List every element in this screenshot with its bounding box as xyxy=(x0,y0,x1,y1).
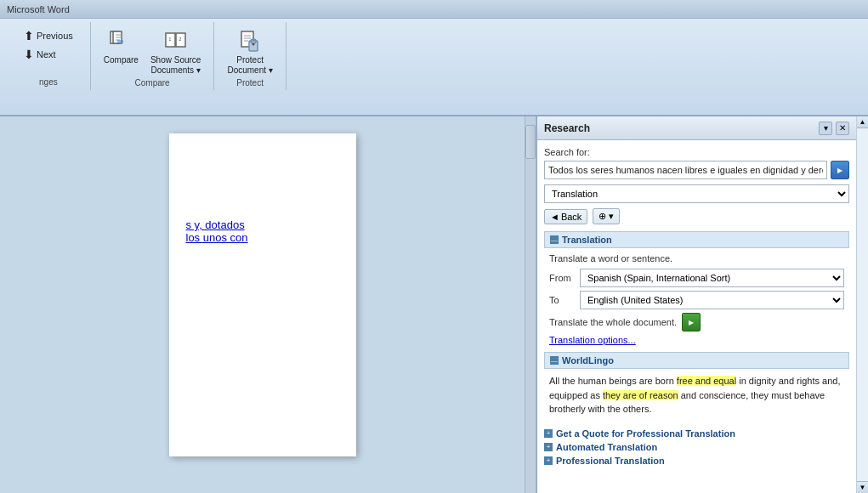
professional-expand-icon: + xyxy=(544,456,553,465)
research-header: Research ▾ ✕ xyxy=(537,116,856,140)
title-bar-text: Microsoft Word xyxy=(7,4,70,14)
translate-prompt: Translate a word or sentence. xyxy=(549,253,844,264)
doc-line-2: los unos con xyxy=(186,231,339,244)
protect-doc-icon xyxy=(236,28,264,55)
get-quote-item[interactable]: + Get a Quote for Professional Translati… xyxy=(544,428,849,439)
svg-text:1: 1 xyxy=(168,37,171,42)
automated-expand-icon: + xyxy=(544,443,553,451)
research-title: Research xyxy=(544,122,590,134)
worldlingo-section-header[interactable]: — WorldLingo xyxy=(544,352,849,369)
back-label: Back xyxy=(561,212,582,222)
compare-buttons: Compare 1 2 Show SourceDocuments ▾ xyxy=(99,26,206,78)
forward-icon: ⊕ ▾ xyxy=(599,211,614,222)
back-icon: ◄ xyxy=(550,212,559,222)
automated-label: Automated Translation xyxy=(556,442,657,452)
ribbon: ⬆ Previous ⬇ Next nges xyxy=(0,19,868,116)
document-page: s y, dotados los unos con xyxy=(169,133,356,456)
translate-go-button[interactable] xyxy=(682,313,701,332)
doc-line-1: s y, dotados xyxy=(186,218,339,231)
professional-translation-item[interactable]: + Professional Translation xyxy=(544,456,849,466)
previous-label: Previous xyxy=(37,31,73,41)
protect-doc-label: ProtectDocument ▾ xyxy=(227,55,272,76)
worldlingo-collapse-icon: — xyxy=(550,356,559,365)
translation-section-header[interactable]: — Translation xyxy=(544,231,849,248)
show-source-icon: 1 2 xyxy=(162,28,190,55)
show-source-label: Show SourceDocuments ▾ xyxy=(150,55,201,76)
scroll-up-button[interactable]: ▲ xyxy=(857,116,869,128)
ribbon-group-compare: Compare 1 2 Show SourceDocuments ▾ Compa… xyxy=(91,22,215,90)
svg-rect-5 xyxy=(117,40,123,43)
search-input-row xyxy=(544,161,849,179)
ribbon-group-protect: ProtectDocument ▾ Protect xyxy=(214,22,286,90)
translation-dropdown[interactable]: Translation xyxy=(544,184,849,203)
search-for-label: Search for: xyxy=(544,147,849,157)
translate-doc-row: Translate the whole document. xyxy=(549,313,844,332)
ribbon-content: ⬆ Previous ⬇ Next nges xyxy=(0,19,868,115)
translation-dropdown-row: Translation xyxy=(544,184,849,203)
next-label: Next xyxy=(37,49,56,60)
compare-icon xyxy=(107,28,134,55)
navigate-group-label: nges xyxy=(39,77,58,87)
worldlingo-section-title: WorldLingo xyxy=(562,355,614,366)
get-quote-expand-icon: + xyxy=(544,429,553,438)
previous-icon: ⬆ xyxy=(24,29,34,42)
to-select[interactable]: English (United States) xyxy=(580,291,844,309)
title-bar: Microsoft Word xyxy=(0,0,868,19)
research-panel-container: Research ▾ ✕ Search for: Translation xyxy=(536,116,868,493)
from-select[interactable]: Spanish (Spain, International Sort) xyxy=(580,269,844,287)
back-button[interactable]: ◄ Back xyxy=(544,209,587,224)
compare-group-label: Compare xyxy=(135,78,170,88)
next-button[interactable]: ⬇ Next xyxy=(20,46,77,63)
worldlingo-section-content: All the human beings are born free and e… xyxy=(544,374,849,428)
scrollbar-thumb[interactable] xyxy=(525,125,536,159)
protect-group-label: Protect xyxy=(236,78,264,88)
translation-section-title: Translation xyxy=(562,235,612,245)
to-row: To English (United States) xyxy=(549,291,844,309)
svg-text:2: 2 xyxy=(179,37,181,42)
translation-collapse-icon: — xyxy=(550,235,559,244)
navigate-buttons: ⬆ Previous ⬇ Next xyxy=(15,26,82,77)
from-row: From Spanish (Spain, International Sort) xyxy=(549,269,844,287)
research-header-controls: ▾ ✕ xyxy=(819,122,849,135)
protect-buttons: ProtectDocument ▾ xyxy=(223,26,276,78)
protect-doc-button[interactable]: ProtectDocument ▾ xyxy=(223,26,276,78)
translation-section-content: Translate a word or sentence. From Spani… xyxy=(544,253,849,352)
nav-group: ⬆ Previous ⬇ Next xyxy=(15,26,82,65)
research-body: Search for: Translation ◄ Back xyxy=(537,140,856,493)
nav-row: ◄ Back ⊕ ▾ xyxy=(544,208,849,224)
previous-button[interactable]: ⬆ Previous xyxy=(20,27,77,44)
translation-options-link[interactable]: Translation options... xyxy=(549,335,844,345)
get-quote-label: Get a Quote for Professional Translation xyxy=(556,428,735,439)
show-source-button[interactable]: 1 2 Show SourceDocuments ▾ xyxy=(146,26,205,78)
svg-point-16 xyxy=(252,43,255,46)
professional-label: Professional Translation xyxy=(556,456,665,466)
forward-button[interactable]: ⊕ ▾ xyxy=(593,208,620,224)
next-icon: ⬇ xyxy=(24,48,34,61)
from-label: From xyxy=(549,273,575,283)
main-area: s y, dotados los unos con Research ▾ ✕ S… xyxy=(0,116,868,493)
doc-scrollbar[interactable] xyxy=(525,116,536,493)
panel-dropdown-btn[interactable]: ▾ xyxy=(819,122,832,135)
to-label: To xyxy=(549,295,575,305)
document-area: s y, dotados los unos con xyxy=(0,116,525,493)
research-scrollbar[interactable]: ▲ ▼ xyxy=(856,116,868,493)
search-go-button[interactable] xyxy=(831,161,849,179)
research-panel: Research ▾ ✕ Search for: Translation xyxy=(536,116,856,493)
ribbon-group-navigate: ⬆ Previous ⬇ Next nges xyxy=(7,22,91,90)
highlight-1: free and equal xyxy=(677,376,736,386)
translate-whole-doc-label: Translate the whole document. xyxy=(549,317,677,327)
automated-translation-item[interactable]: + Automated Translation xyxy=(544,442,849,452)
compare-button[interactable]: Compare xyxy=(99,26,143,68)
worldlingo-text: All the human beings are born free and e… xyxy=(549,374,844,416)
scroll-down-button[interactable]: ▼ xyxy=(857,481,869,493)
highlight-2: they are of reason xyxy=(603,390,678,400)
search-input[interactable] xyxy=(544,161,827,179)
compare-label: Compare xyxy=(104,55,139,65)
panel-close-btn[interactable]: ✕ xyxy=(836,122,849,135)
